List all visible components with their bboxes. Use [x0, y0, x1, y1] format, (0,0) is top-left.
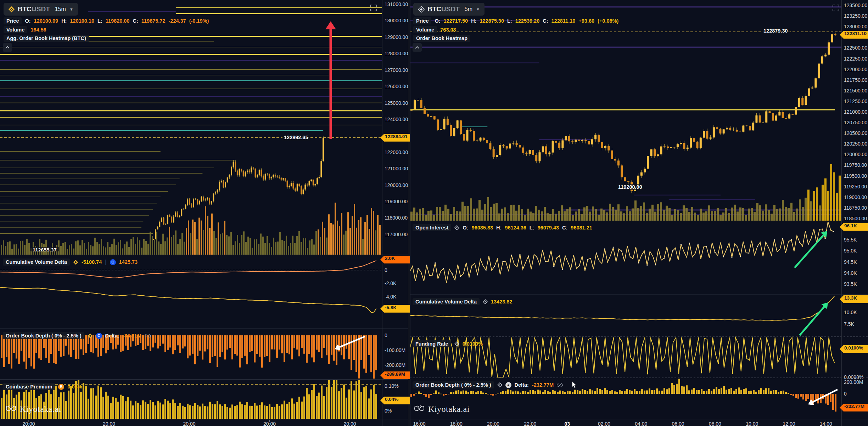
right-collapse-button[interactable]: [413, 43, 422, 52]
timeframe-label: 15m: [55, 6, 66, 12]
left-premium-header: Coinbase Premium B 0.08%: [3, 383, 82, 391]
symbol-quote: USDT: [32, 5, 50, 13]
high-value: 122875.30: [480, 18, 504, 24]
close-value: 119875.72: [141, 18, 166, 24]
low-key: L:: [97, 18, 102, 24]
open-value: 122717.50: [444, 18, 468, 24]
delta-key: Delta:: [515, 382, 529, 388]
cvd-binance-value: -5100.74: [82, 259, 102, 265]
chevron-down-icon: ▼: [69, 7, 73, 11]
charts-canvas[interactable]: [0, 0, 868, 426]
change-value: +93.60: [578, 18, 594, 24]
volume-value: 763.08: [440, 27, 456, 33]
delta-value: -232.77M: [532, 382, 554, 388]
kiyotaka-watermark: Kiyotaka.ai: [413, 404, 470, 414]
low-value: 96079.43: [538, 225, 559, 231]
obd-label: Order Book Depth ( 0% - 2.5% ): [3, 332, 84, 339]
high-key: H:: [496, 225, 502, 231]
trading-dashboard: BTCUSDT 15m ▼ Price O:120100.09 H:120100…: [0, 0, 868, 426]
left-symbol-selector[interactable]: BTCUSDT 15m ▼: [4, 3, 78, 16]
close-key: C:: [543, 18, 548, 24]
fullscreen-icon: [833, 5, 839, 11]
high-key: H:: [61, 18, 67, 24]
exchange-diamond-icon: [454, 225, 459, 230]
delta-value: -84.31M: [123, 333, 141, 339]
left-price-row: Price O:120100.09 H:120100.10 L:119820.0…: [4, 17, 209, 25]
heatmap-overlay-label: Order Book Heatmap: [413, 35, 470, 42]
cvd-coinbase-value: 1425.73: [119, 259, 138, 265]
volume-label: Volume: [413, 26, 437, 33]
left-obd-header: Order Book Depth ( 0% - 2.5% ) C Delta: …: [3, 332, 151, 340]
fullscreen-icon: [370, 5, 377, 11]
open-value: 96085.83: [472, 225, 493, 231]
right-obd-header: Order Book Depth ( 0% - 2.5% ) ● Delta: …: [413, 381, 577, 389]
change-percent: (+0.08%): [598, 18, 618, 24]
kiyotaka-watermark: Kiyotaka.ai: [5, 404, 61, 414]
premium-label: Coinbase Premium: [3, 383, 55, 390]
volume-label: Volume: [4, 26, 27, 33]
symbol-base: BTC: [427, 5, 441, 13]
binance-icon: [88, 333, 93, 339]
funding-value: 0.0100%: [463, 341, 483, 347]
cvd-label: Cumulative Volume Delta: [3, 259, 70, 266]
left-expand-button[interactable]: [369, 4, 378, 12]
right-overlay-row: Order Book Heatmap: [413, 34, 470, 42]
volume-value: 164.56: [30, 27, 46, 33]
mouse-cursor-icon: [572, 381, 577, 388]
exchange-icon: ●: [505, 382, 511, 388]
high-value: 96124.36: [505, 225, 526, 231]
high-key: H:: [471, 18, 476, 24]
price-label: Price: [413, 17, 431, 24]
value-separator: |: [105, 259, 106, 265]
bitcoin-icon: B: [58, 384, 64, 390]
close-key: C:: [562, 225, 567, 231]
cvd-label: Cumulative Volume Delta: [413, 298, 480, 305]
low-value: 122539.20: [515, 18, 540, 24]
close-value: 96081.21: [571, 225, 592, 231]
premium-value: 0.08%: [67, 384, 82, 390]
low-key: L:: [530, 225, 534, 231]
link-icon[interactable]: [145, 334, 151, 338]
unlink-icon[interactable]: [557, 383, 563, 387]
binance-icon: [73, 260, 78, 265]
left-volume-row: Volume 164.56: [4, 26, 46, 34]
exchange-diamond-icon: [483, 299, 488, 304]
obd-label: Order Book Depth ( 0% - 2.5% ): [413, 381, 494, 388]
butterfly-logo-icon: [413, 404, 425, 414]
change-value: -224.37: [169, 18, 186, 24]
exchange-diamond-icon: [454, 341, 459, 346]
butterfly-logo-icon: [5, 404, 17, 414]
left-axis-divider: [382, 0, 382, 426]
right-axis-divider: [841, 0, 842, 426]
watermark-text: Kiyotaka.ai: [20, 404, 61, 414]
heatmap-overlay-label: Agg. Order Book Heatmap (BTC): [4, 35, 89, 42]
right-price-row: Price O:122717.50 H:122875.30 L:122539.2…: [413, 17, 618, 25]
binance-icon: [418, 6, 425, 13]
high-value: 120100.10: [70, 18, 94, 24]
watermark-text: Kiyotaka.ai: [428, 404, 470, 414]
right-symbol-selector[interactable]: BTCUSDT 5m ▼: [413, 3, 485, 16]
open-key: O:: [435, 18, 440, 24]
coinbase-icon: C: [96, 333, 102, 339]
chevron-up-icon: [5, 46, 10, 49]
change-percent: (-0.19%): [189, 18, 209, 24]
right-cvd-header: Cumulative Volume Delta 13423.82: [413, 298, 512, 306]
left-cvd-header: Cumulative Volume Delta -5100.74 | C 142…: [3, 258, 138, 266]
left-overlay-row: Agg. Order Book Heatmap (BTC): [4, 34, 89, 42]
symbol-base: BTC: [18, 5, 32, 13]
cvd-value: 13423.82: [491, 299, 512, 305]
left-collapse-button[interactable]: [3, 43, 12, 52]
symbol-quote: USDT: [441, 5, 460, 13]
coinbase-icon: C: [110, 259, 116, 265]
close-key: C:: [133, 18, 138, 24]
low-value: 119820.00: [106, 18, 130, 24]
chevron-up-icon: [415, 46, 419, 49]
binance-icon: [8, 6, 15, 13]
right-expand-button[interactable]: [831, 4, 840, 12]
open-key: O:: [463, 225, 468, 231]
timeframe-label: 5m: [465, 6, 472, 12]
exchange-diamond-icon: [497, 382, 502, 387]
panel-divider[interactable]: [408, 0, 410, 426]
open-key: O:: [25, 18, 30, 24]
open-value: 120100.09: [34, 18, 58, 24]
